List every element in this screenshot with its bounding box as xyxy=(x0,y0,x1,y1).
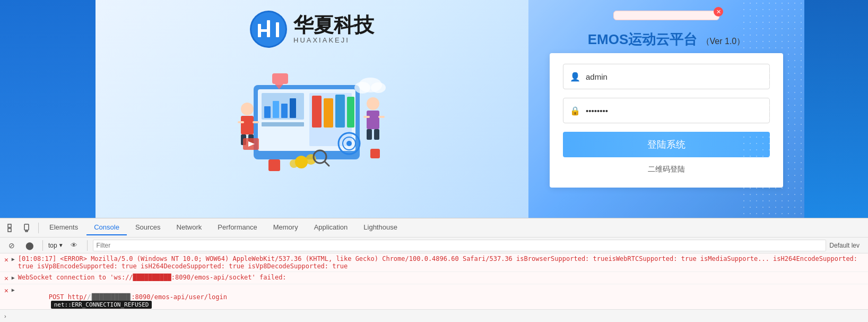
qr-login-link[interactable]: 二维码登陆 xyxy=(563,165,770,174)
clear-console-button[interactable]: ⊘ xyxy=(4,238,19,253)
logo-english-text: HUAXIAKEJI xyxy=(293,36,374,44)
platform-version: （Ver 1.0） xyxy=(701,37,745,46)
svg-rect-26 xyxy=(367,111,379,129)
tab-console[interactable]: Console xyxy=(86,220,127,235)
console-toolbar: ⊘ ⬤ top ▼ 👁 Default lev xyxy=(0,238,868,253)
console-message-text-2: WebSocket connection to 'ws://██████████… xyxy=(18,274,864,281)
separator-2 xyxy=(42,240,43,251)
svg-rect-13 xyxy=(281,104,288,118)
error-icon-1: ✕ xyxy=(4,256,8,264)
console-bottom-bar: › xyxy=(0,309,868,322)
console-filter-input[interactable] xyxy=(93,240,827,251)
svg-rect-29 xyxy=(367,129,372,140)
svg-rect-39 xyxy=(268,159,280,171)
svg-rect-30 xyxy=(374,129,379,140)
svg-rect-5 xyxy=(258,29,270,32)
console-messages-area: ✕ ▶ [01:08:17] <ERROR> Mozilla/5.0 (Wind… xyxy=(0,253,868,309)
inspect-element-button[interactable] xyxy=(4,221,19,235)
tab-memory[interactable]: Memory xyxy=(266,220,306,235)
svg-rect-49 xyxy=(8,228,11,232)
svg-point-19 xyxy=(241,103,254,115)
svg-rect-3 xyxy=(267,20,270,37)
svg-rect-9 xyxy=(262,122,304,126)
error-icon-3: ✕ xyxy=(4,286,8,294)
toast-close-button[interactable]: ✕ xyxy=(714,7,723,16)
device-toolbar-button[interactable] xyxy=(20,221,35,235)
svg-rect-44 xyxy=(272,73,288,84)
platform-title: EMOS运动云平台 （Ver 1.0） xyxy=(588,30,745,49)
svg-point-43 xyxy=(371,82,386,93)
error-icon-2: ✕ xyxy=(4,274,8,282)
console-message-text-3: POST http//██████████:8090/emos-api/user… xyxy=(18,286,864,309)
user-icon: 👤 xyxy=(570,72,580,82)
svg-rect-21 xyxy=(238,121,244,123)
svg-point-36 xyxy=(290,159,298,168)
toast-notification: ✕ xyxy=(613,11,719,20)
tab-performance[interactable]: Performance xyxy=(210,220,264,235)
svg-rect-48 xyxy=(8,224,11,227)
svg-rect-22 xyxy=(253,121,259,123)
tab-network[interactable]: Network xyxy=(169,220,210,235)
separator-3 xyxy=(87,240,88,251)
logo-text-block: 华夏科技 HUAXIAKEJI xyxy=(293,15,374,44)
context-dropdown-icon: ▼ xyxy=(58,242,64,248)
console-message-text-1: [01:08:17] <ERROR> Mozilla/5.0 (Windows … xyxy=(18,255,864,270)
username-input[interactable] xyxy=(586,72,763,81)
console-prompt-icon[interactable]: › xyxy=(4,313,6,319)
eye-icon-button[interactable]: 👁 xyxy=(67,238,82,253)
svg-rect-4 xyxy=(276,22,279,37)
illustration xyxy=(222,58,402,186)
platform-title-text: EMOS运动云平台 xyxy=(588,31,698,47)
password-input-group[interactable]: 🔒 xyxy=(563,98,770,123)
expand-arrow-3[interactable]: ▶ xyxy=(12,287,15,293)
dot-decoration xyxy=(741,0,804,218)
password-input[interactable] xyxy=(586,106,763,115)
expand-arrow-1[interactable]: ▶ xyxy=(12,256,15,262)
logo-icon xyxy=(250,11,287,48)
console-context-text: top xyxy=(48,242,57,249)
console-message-3: ✕ ▶ POST http//██████████:8090/emos-api/… xyxy=(0,284,868,309)
preserve-log-button[interactable]: ⬤ xyxy=(22,238,37,253)
tab-application[interactable]: Application xyxy=(307,220,355,235)
default-level-text: Default lev xyxy=(829,242,864,249)
svg-point-33 xyxy=(346,141,352,146)
svg-point-25 xyxy=(367,97,379,110)
console-context-selector[interactable]: top ▼ xyxy=(48,242,64,249)
tab-elements[interactable]: Elements xyxy=(42,220,85,235)
svg-rect-28 xyxy=(378,116,385,118)
logo-chinese-text: 华夏科技 xyxy=(293,15,374,35)
main-content-area: 华夏科技 HUAXIAKEJI xyxy=(0,0,868,218)
svg-rect-18 xyxy=(347,97,354,128)
svg-rect-50 xyxy=(24,224,29,230)
svg-rect-51 xyxy=(25,231,28,232)
svg-point-42 xyxy=(354,82,370,94)
devtools-panel: Elements Console Sources Network Perform… xyxy=(0,218,868,322)
login-panel: ✕ EMOS运动云平台 （Ver 1.0） 👤 🔒 登陆系统 二维码登陆 xyxy=(528,0,804,218)
tab-sources[interactable]: Sources xyxy=(128,220,168,235)
lock-icon: 🔒 xyxy=(570,106,580,116)
tab-lighthouse[interactable]: Lighthouse xyxy=(356,220,405,235)
center-panel: 华夏科技 HUAXIAKEJI xyxy=(96,0,528,218)
svg-rect-20 xyxy=(241,116,254,134)
console-message-2: ✕ ▶ WebSocket connection to 'ws://██████… xyxy=(0,272,868,284)
right-decoration xyxy=(804,0,868,218)
svg-rect-16 xyxy=(324,98,333,128)
svg-rect-11 xyxy=(264,106,271,118)
svg-rect-17 xyxy=(335,95,345,128)
separator-1 xyxy=(38,223,39,233)
expand-arrow-2[interactable]: ▶ xyxy=(12,275,15,281)
logo-area: 华夏科技 HUAXIAKEJI xyxy=(250,11,374,48)
svg-line-38 xyxy=(325,162,329,166)
login-button[interactable]: 登陆系统 xyxy=(563,132,770,157)
svg-rect-12 xyxy=(273,101,279,118)
svg-rect-27 xyxy=(363,116,370,118)
svg-rect-40 xyxy=(370,149,380,158)
console-message-1: ✕ ▶ [01:08:17] <ERROR> Mozilla/5.0 (Wind… xyxy=(0,253,868,272)
svg-rect-15 xyxy=(312,96,322,128)
svg-rect-14 xyxy=(290,98,296,118)
devtools-tabs-bar: Elements Console Sources Network Perform… xyxy=(0,218,868,238)
username-input-group[interactable]: 👤 xyxy=(563,64,770,89)
left-decoration xyxy=(0,0,96,218)
